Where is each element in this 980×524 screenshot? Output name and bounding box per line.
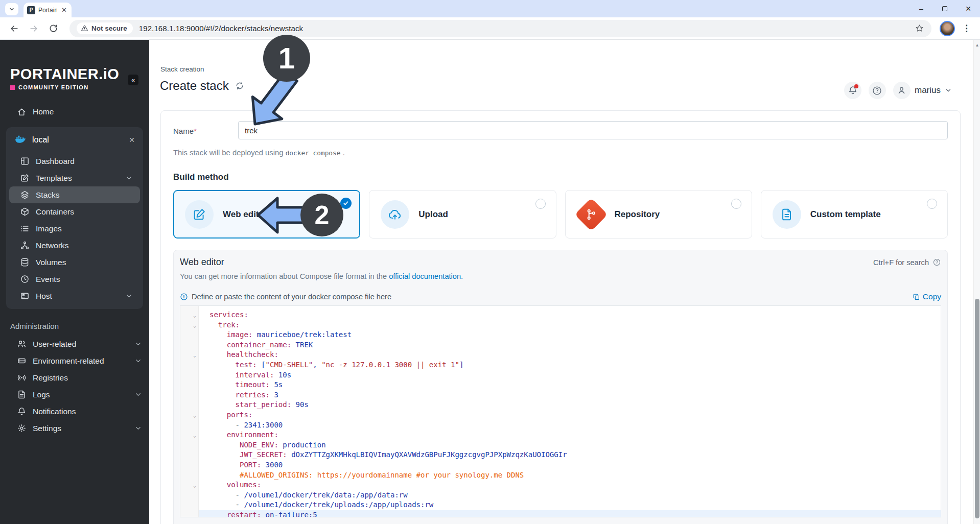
build-method-custom-template[interactable]: Custom template xyxy=(761,190,948,239)
clock-icon xyxy=(20,274,30,284)
chevron-down-icon xyxy=(134,357,142,365)
bookmark-star-icon[interactable] xyxy=(915,23,924,33)
fold-arrow-icon[interactable]: ⌄ xyxy=(192,350,197,361)
scrollbar-thumb[interactable] xyxy=(975,299,979,518)
code-line: 1⌄services: xyxy=(180,310,941,320)
tab-title: Portaine xyxy=(38,7,57,14)
sidebar-item-host[interactable]: Host xyxy=(9,288,140,304)
sidebar-item-home[interactable]: Home xyxy=(0,102,149,122)
sidebar-collapse-button[interactable]: « xyxy=(128,75,138,85)
radio-button-icon[interactable] xyxy=(731,199,741,209)
refresh-icon[interactable] xyxy=(235,81,244,90)
tab-strip-chevron[interactable] xyxy=(5,3,18,15)
build-method-label: Custom template xyxy=(810,209,881,220)
environment-close-icon[interactable]: ✕ xyxy=(129,136,135,144)
name-field-label: Name* xyxy=(173,126,238,135)
sidebar-item-registries[interactable]: Registries xyxy=(0,369,149,386)
code-line: 9 retries: 3 xyxy=(180,390,941,400)
page-scrollbar[interactable]: ▲ xyxy=(973,40,980,524)
sidebar-item-environment-related[interactable]: Environment-related xyxy=(0,352,149,369)
stack-creation-card: Name* This stack will be deployed using … xyxy=(160,110,961,524)
code-line: 15 JWT_SECRET: dOxZYTTZgXKMHkqLBIQVImayQ… xyxy=(180,450,941,460)
code-line: 11⌄ ports: xyxy=(180,410,941,420)
sidebar-item-logs[interactable]: Logs xyxy=(0,386,149,403)
sidebar-item-containers[interactable]: Containers xyxy=(9,203,140,220)
sidebar-item-events[interactable]: Events xyxy=(9,271,140,288)
environment-header-local[interactable]: local ✕ xyxy=(6,127,143,153)
build-method-upload[interactable]: Upload xyxy=(369,190,556,239)
browser-profile-avatar[interactable] xyxy=(940,21,955,36)
page-title: Create stack xyxy=(160,79,229,93)
browser-tab[interactable]: P Portaine ✕ xyxy=(24,3,72,17)
fold-arrow-icon[interactable]: ⌄ xyxy=(192,311,197,321)
compose-editor[interactable]: 1⌄services:2⌄ trek:3 image: mauriceboe/t… xyxy=(180,305,941,517)
sidebar-item-networks[interactable]: Networks xyxy=(9,237,140,254)
code-line: 18⌄ volumes: xyxy=(180,480,941,490)
sidebar-item-templates[interactable]: Templates xyxy=(9,170,140,186)
broadcast-icon xyxy=(17,373,27,383)
code-line: 2⌄ trek: xyxy=(180,320,941,330)
breadcrumb[interactable]: Stack creation xyxy=(160,65,204,73)
file-icon xyxy=(773,200,801,229)
sidebar-item-label: User-related xyxy=(33,340,76,349)
back-button[interactable] xyxy=(6,20,22,37)
user-menu[interactable]: marius xyxy=(893,82,952,99)
code-line: 7 interval: 10s xyxy=(180,370,941,380)
reload-button[interactable] xyxy=(45,20,61,37)
search-hint: Ctrl+F for search xyxy=(873,258,941,267)
code-line: 19 - /volume1/docker/trek/data:/app/data… xyxy=(180,490,941,501)
bell-icon xyxy=(17,407,27,416)
sidebar-item-label: Containers xyxy=(36,207,74,217)
build-method-repository[interactable]: Repository xyxy=(565,190,752,239)
address-bar[interactable]: Not secure 192.168.1.18:9000/#!/2/docker… xyxy=(69,20,931,37)
browser-menu-icon[interactable]: ⋮ xyxy=(959,23,974,34)
window-maximize-button[interactable] xyxy=(933,0,956,17)
sidebar-item-stacks[interactable]: Stacks xyxy=(9,186,140,203)
build-method-web-editor[interactable]: Web editor xyxy=(173,190,360,239)
radio-button-icon[interactable] xyxy=(535,199,546,209)
sidebar-item-dashboard[interactable]: Dashboard xyxy=(9,153,140,170)
not-secure-chip[interactable]: Not secure xyxy=(77,22,133,34)
server-icon xyxy=(17,356,27,366)
sidebar-item-label: Networks xyxy=(36,241,69,250)
database-icon xyxy=(20,257,30,267)
maximize-icon xyxy=(942,6,947,11)
copy-button[interactable]: Copy xyxy=(913,292,941,301)
gear-icon xyxy=(17,423,27,433)
sidebar-item-label: Notifications xyxy=(33,407,76,416)
code-line: 14 NODE_ENV: production xyxy=(180,440,941,450)
code-line: 5⌄ healthcheck: xyxy=(180,350,941,360)
deploy-note: This stack will be deployed using docker… xyxy=(173,149,948,157)
fold-arrow-icon[interactable]: ⌄ xyxy=(192,481,197,491)
build-method-label: Repository xyxy=(615,209,660,220)
chevron-down-icon xyxy=(134,340,142,348)
sidebar-item-settings[interactable]: Settings xyxy=(0,420,149,437)
help-icon[interactable] xyxy=(869,82,886,99)
web-editor-panel: Web editor Ctrl+F for search You can get… xyxy=(173,250,948,524)
radio-button-icon[interactable] xyxy=(927,199,937,209)
fold-arrow-icon[interactable]: ⌄ xyxy=(192,431,197,441)
sidebar-item-label: Settings xyxy=(33,424,61,433)
username: marius xyxy=(915,85,941,96)
sidebar: PORTAINER.iO COMMUNITY EDITION Home loca… xyxy=(0,40,149,524)
stack-name-input[interactable] xyxy=(238,121,948,139)
notifications-bell-icon[interactable] xyxy=(844,82,861,99)
official-documentation-link[interactable]: official documentation. xyxy=(389,272,463,280)
tab-close-icon[interactable]: ✕ xyxy=(60,6,68,14)
browser-tab-strip: P Portaine ✕ – ✕ xyxy=(0,0,980,17)
forward-button[interactable] xyxy=(26,20,42,37)
sidebar-item-notifications[interactable]: Notifications xyxy=(0,403,149,420)
code-line: 6 test: ["CMD-SHELL", "nc -z 127.0.0.1 3… xyxy=(180,360,941,370)
window-minimize-button[interactable]: – xyxy=(909,0,933,17)
build-method-label: Upload xyxy=(418,209,448,220)
layers-icon xyxy=(20,190,30,200)
sidebar-item-images[interactable]: Images xyxy=(9,220,140,237)
scrollbar-up-arrow[interactable]: ▲ xyxy=(974,43,980,47)
chevron-down-icon xyxy=(134,391,142,398)
sidebar-item-volumes[interactable]: Volumes xyxy=(9,254,140,271)
fold-arrow-icon[interactable]: ⌄ xyxy=(192,321,197,331)
edition-badge: COMMUNITY EDITION xyxy=(10,84,149,90)
sidebar-item-user-related[interactable]: User-related xyxy=(0,336,149,352)
window-close-button[interactable]: ✕ xyxy=(956,0,980,17)
fold-arrow-icon[interactable]: ⌄ xyxy=(192,411,197,421)
